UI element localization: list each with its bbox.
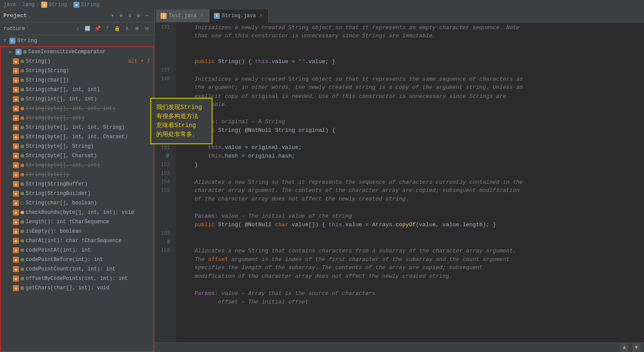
list-item[interactable]: m String(String)	[1, 66, 153, 76]
line-numbers: 131 137 140 151 @ 152	[155, 22, 176, 343]
toolbar-icon-2[interactable]: ≡	[126, 12, 134, 20]
item-label: String(byte[], Charset)	[26, 153, 150, 159]
class-name: String	[17, 37, 37, 44]
item-label: String(StringBuilder)	[26, 191, 150, 197]
list-item[interactable]: m getChars(char[], int): void	[1, 283, 153, 293]
list-item[interactable]: m String(byte[], int, int, Charset)	[1, 132, 153, 142]
list-item[interactable]: m String(char[])	[1, 76, 153, 85]
list-item[interactable]: m codePointCount(int, int): int	[1, 264, 153, 274]
list-item[interactable]: m String(byte[], int, int, String)	[1, 123, 153, 132]
code-line: }	[181, 161, 644, 169]
code-line: of the character array does not affect t…	[181, 195, 644, 203]
toolbar-icon-3[interactable]: ⚙	[134, 12, 142, 20]
toolbar-chevron-icon[interactable]: ▾	[109, 12, 116, 20]
badge-icon	[21, 60, 24, 63]
line-num	[155, 272, 173, 281]
line-num: 155	[155, 186, 173, 195]
line-num	[155, 255, 173, 264]
tab-test-java[interactable]: J Test.java ×	[156, 9, 210, 22]
list-item[interactable]: m String(StringBuffer)	[1, 179, 153, 189]
collapse-all-icon[interactable]: ⊟	[143, 25, 151, 33]
code-line	[181, 66, 644, 75]
pin-icon[interactable]: 📌	[94, 25, 101, 33]
list-item[interactable]: m offsetByCodePoints(int, int): int	[1, 274, 153, 283]
line-num: 131	[155, 23, 173, 32]
code-line: immutable.	[181, 100, 644, 109]
gutter-icon[interactable]: @	[166, 152, 169, 161]
expand-icon[interactable]: ▶	[9, 49, 15, 55]
code-line: Initializes a newly created String objec…	[181, 23, 644, 32]
alpha-icon[interactable]: f	[103, 25, 111, 33]
breadcrumb-lang[interactable]: lang	[22, 2, 35, 8]
list-item[interactable]: ▶ C CaseInsensitiveComparator	[1, 47, 153, 57]
list-item[interactable]: m String(byte[])	[1, 170, 153, 179]
badge-icon	[21, 182, 24, 186]
method-type-icon: m	[13, 134, 19, 140]
list-item[interactable]: m length(): int †CharSequence	[1, 217, 153, 227]
expand-toggle[interactable]: ▼	[3, 38, 9, 43]
list-item[interactable]: m codePointBefore(int): int	[1, 255, 153, 264]
code-line: offset – The initial offset	[181, 298, 644, 306]
list-item[interactable]: m checkBounds(byte[], int, int): void	[1, 208, 153, 217]
code-line	[181, 109, 644, 118]
method-type-icon: m	[13, 285, 19, 291]
tab-close-button[interactable]: ×	[199, 13, 205, 19]
method-type-icon: m	[13, 200, 19, 206]
list-item[interactable]: m String(byte[], Charset)	[1, 151, 153, 161]
shortcut-hint: alt + 7	[128, 58, 150, 64]
sidebar: Project ▾ ⊕ ≡ ⚙ — ructure ↕ 🔠 📌 f 🔒 λ ⊞ …	[0, 9, 155, 352]
badge-icon	[21, 220, 24, 224]
list-item[interactable]: m codePointAt(int): int	[1, 246, 153, 255]
list-item[interactable]: m String(char[], int, int)	[1, 85, 153, 94]
line-num	[155, 264, 173, 272]
scroll-down-button[interactable]: ▼	[632, 343, 641, 352]
list-item[interactable]: m String() alt + 7	[1, 57, 153, 66]
badge-icon	[21, 126, 24, 129]
code-line: Params: value – The initial value of the…	[181, 212, 644, 221]
toolbar-icon-4[interactable]: —	[143, 12, 151, 20]
gutter-icon[interactable]: @	[167, 238, 170, 246]
code-line: character array argument. The contents o…	[181, 186, 644, 195]
list-item[interactable]: m String(StringBuilder)	[1, 189, 153, 198]
badge-icon	[21, 211, 24, 214]
code-line: public String() { this.value = "".value;…	[181, 58, 644, 66]
scroll-up-button[interactable]: ▲	[620, 343, 629, 352]
tab-label: Test.java	[169, 13, 197, 19]
method-type-icon: m	[13, 209, 19, 215]
lambda-icon[interactable]: λ	[123, 25, 131, 33]
badge-icon	[21, 239, 24, 243]
list-item[interactable]: m charAt(int): char †CharSequence	[1, 236, 153, 246]
badge-icon	[21, 201, 24, 205]
breadcrumb-java[interactable]: java	[3, 2, 16, 8]
sort-icon[interactable]: ↕	[74, 25, 82, 33]
code-line	[181, 229, 644, 238]
item-label: offsetByCodePoints(int, int): int	[26, 276, 150, 282]
toolbar-icon-1[interactable]: ⊕	[117, 12, 125, 20]
tab-label: String.java	[222, 13, 256, 19]
lock-icon[interactable]: 🔒	[113, 25, 121, 33]
item-label: CaseInsensitiveComparator	[28, 49, 150, 55]
code-line: this.value = original.value;	[181, 143, 644, 152]
method-type-icon: m	[13, 162, 19, 168]
badge-icon	[21, 79, 24, 82]
list-item[interactable]: m String(byte[], int)	[1, 113, 153, 123]
tab-close-button[interactable]: ×	[258, 13, 264, 19]
list-item[interactable]: m String(byte[], int, int, int)	[1, 104, 153, 113]
list-item[interactable]: m String(byte[], int, int)	[1, 161, 153, 170]
tab-bar: J Test.java × S String.java ×	[155, 9, 644, 22]
list-item[interactable]: m String(int[], int, int)	[1, 94, 153, 104]
line-num	[155, 203, 173, 212]
breadcrumb-sep1: /	[18, 2, 21, 8]
filter-icon[interactable]: 🔠	[84, 25, 91, 33]
list-item[interactable]: m String(byte[], String)	[1, 142, 153, 151]
expand-all-icon[interactable]: ⊞	[133, 25, 141, 33]
list-item[interactable]: m isEmpty(): boolean	[1, 227, 153, 236]
list-item[interactable]: m String(char[], boolean)	[1, 198, 153, 208]
tab-string-java[interactable]: S String.java ×	[210, 9, 269, 22]
method-type-icon: m	[13, 58, 19, 64]
item-label: getChars(char[], int): void	[26, 285, 150, 291]
breadcrumb-bar: java / lang / J String / m String	[0, 0, 644, 9]
structure-toolbar: ructure ↕ 🔠 📌 f 🔒 λ ⊞ ⊟	[0, 22, 154, 35]
item-label: String(byte[])	[26, 172, 150, 178]
item-label: codePointCount(int, int): int	[26, 266, 150, 272]
